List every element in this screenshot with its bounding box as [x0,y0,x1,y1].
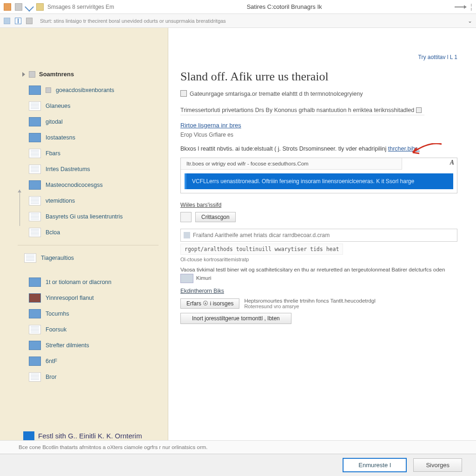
titlebar-left-icons [4,3,44,11]
tool-icon-2[interactable] [26,18,33,24]
sb-item2-4-label: Strefter dilmients [46,342,89,349]
main: Soamtnrens goeacdosibxenborants Glaneues… [0,28,476,446]
hint-strip: Bce cone Bcotlin thatarts afrnitntos a o… [0,440,476,454]
sb-extra-1[interactable]: Tiageraultios [18,250,168,266]
pin-icon[interactable] [15,18,21,24]
toolbar: Sturt: stins lintaigo tr thecirent boral… [0,14,476,28]
path-input-box[interactable] [180,229,457,242]
content-panel: Try aottitav l L 1 Sland off. Afik urre … [168,28,476,446]
ok-button[interactable]: Enmureste I [343,458,407,472]
links-label[interactable]: Ekdintherorn Biks [180,288,457,294]
action-bar: Enmureste I Sivorges [0,454,476,476]
category-icon-button[interactable] [180,212,192,222]
sb-item-3-label: Iostaatesns [46,134,75,141]
star-icon[interactable] [36,3,44,11]
sb-item-4[interactable]: Fbars [18,145,168,161]
sb-item-2-label: gitodal [46,119,63,125]
sb-item-3[interactable]: Iostaatesns [18,130,168,145]
sb-item2-4[interactable]: Strefter dilmients [18,337,168,353]
section-note: Trimessertorluti privetartions Drs By Ko… [180,106,424,115]
long-button-row: Inort joresstiltgerue tormonttl , Ibten [180,313,457,324]
sidebar: Soamtnrens goeacdosibxenborants Glaneues… [0,28,168,446]
sb-item-8-label: Basyrets Gi usta liesentruntris [46,213,123,220]
sb-item2-6-label: Bror [46,374,57,380]
section-heading[interactable]: Rirtoe lisgerna inr bres [180,122,457,129]
sb-item-5-label: Irrtes Dastretums [46,166,90,172]
sb-item-2[interactable]: gitodal [18,114,168,130]
arrow-right-icon[interactable] [455,7,466,7]
sb-item-9[interactable]: Bcloa [18,225,168,240]
page-description-text: Gateunrgage smtarisga.or trematte elahtt… [190,91,363,97]
back-icon[interactable] [25,2,34,12]
section-note-text: Trimessertorluti privetartions Drs By Ko… [180,107,414,113]
sb-item2-0[interactable]: 1t or tiolonam or dlacronn [18,274,168,290]
sb-item2-2[interactable]: Tocurnhs [18,306,168,322]
folder-icon [184,232,190,238]
title-center-text: Satires C:cotoril Brunagrs Ik [114,3,454,10]
sb-item-5[interactable]: Irrtes Dastretums [18,161,168,177]
info-paragraph-text: Vaosa tivkimal testl biner wit og scathi… [180,267,445,272]
sb-divider-1 [18,245,159,245]
heading-icon [29,71,35,78]
side-notes: Heptsromourtes threlie trtnihn foncs Tan… [244,298,457,309]
expand-icon [22,72,25,77]
tool-icon-1[interactable] [4,18,10,24]
info-paragraph-sub: Kimuri [196,275,212,281]
top-link[interactable]: Try aottitav l L 1 [418,54,457,60]
note-icon [416,107,422,113]
tree-line [20,190,20,226]
category-button[interactable]: Crittascgon [195,212,236,222]
sb-item2-6[interactable]: Bror [18,369,168,385]
small-note: Ol-ctouse kortrosarittemistratp [180,257,457,262]
side-note-1: Heptsromourtes threlie trtnihn foncs Tan… [244,298,457,304]
sb-item2-3-label: Foorsuk [46,326,66,333]
category-row: Crittascgon [180,212,457,222]
sb-item-0[interactable]: goeacdosibxenborants [18,82,168,98]
page-description: Gateunrgage smtarisga.or trematte elahtt… [180,90,457,97]
cancel-button[interactable]: Sivorges [413,458,462,472]
sb-item-9-label: Bcloa [46,229,60,236]
annotation-arrow-icon [410,143,443,156]
sb-item2-1[interactable]: Yinnresoporl flanut [18,290,168,306]
sb-item2-3[interactable]: Foorsuk [18,322,168,337]
sb-item2-0-label: 1t or tiolonam or dlacronn [46,279,112,285]
toolbar-hint: Sturt: stins lintaigo tr thecirent boral… [40,18,226,24]
titlebar: Smsages 8 serrviritges Em Satires C:coto… [0,0,476,14]
info-icon[interactable]: ¦ [470,3,472,11]
sb-item-6-label: Masteocnodicocesgss [46,182,103,188]
sb-extra-1-label: Tiageraultios [41,255,74,261]
sb-item-4-label: Fbars [46,150,60,157]
sidebar-heading[interactable]: Soamtnrens [18,68,168,82]
edit-button-1-sublabel: i isorsges [210,300,234,307]
code-body: VCFLLerrs uenastitroneadl. Oftriiin fers… [185,173,453,189]
doc-icon [15,3,22,11]
mono-path: rgopt/aralthods toultinuill wwarytiser t… [180,244,343,255]
app-icon [4,3,11,11]
chevron-down-icon[interactable]: ⌄ [468,18,472,24]
code-tab[interactable]: Itr.boes or wtrigy eod wifr - focose e:s… [181,158,402,170]
side-note-2: Roterresund vro amsrye [244,304,457,309]
info-paragraph: Vaosa tivkimal testl biner wit og scathi… [180,266,457,283]
sb-item-6[interactable]: Masteocnodicocesgss [18,177,168,193]
clip-icon [180,90,187,97]
thumb-icon [180,274,193,283]
section-subline: Erop Vlcus Grfiare es [180,132,457,138]
sb-item-8[interactable]: Basyrets Gi usta liesentruntris [18,209,168,225]
sb-item-7[interactable]: vtemidtions [18,193,168,209]
sidebar-footer-label: Festl sith G.. Einitli K. K. Ornterim [38,432,142,440]
code-a-icon[interactable]: A [450,159,454,166]
sidebar-heading-label: Soamtnrens [39,71,74,78]
sb-item2-1-label: Yinnresoporl flanut [46,295,94,301]
edit-buttons-row: Erfars ⦿ i isorsges Heptsromourtes threl… [180,298,457,309]
long-action-button[interactable]: Inort joresstiltgerue tormonttl , Ibten [180,313,291,324]
form-section-label: Wiiles bars'issifd [180,202,457,208]
path-input[interactable] [193,232,454,238]
title-left-text: Smsages 8 serrviritges Em [47,4,114,10]
sb-item2-5-label: 6ntF [46,358,57,364]
edit-button-1[interactable]: Erfars ⦿ i isorsges [180,298,239,309]
block-prefix: Bkxos l reattit nbvtis. ai tude:elstualt… [180,145,386,152]
sb-item-1[interactable]: Glaneues [18,98,168,114]
sb-item-1-label: Glaneues [46,103,71,109]
code-box: A Itr.boes or wtrigy eod wifr - focose e… [180,158,457,193]
sb-item2-5[interactable]: 6ntF [18,353,168,369]
